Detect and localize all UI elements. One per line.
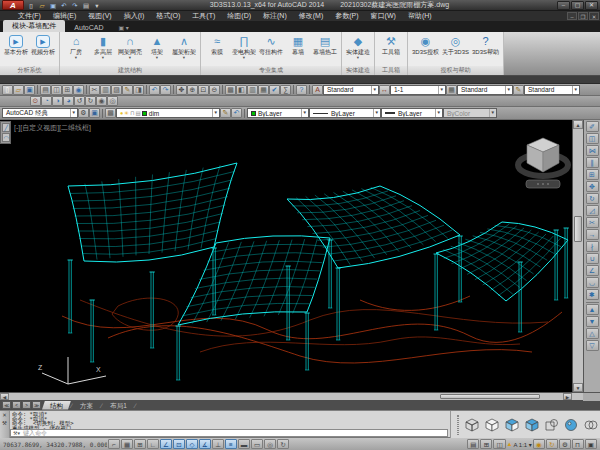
extend-icon[interactable]: → — [586, 229, 599, 240]
lineweight-combo[interactable]: ByLayer▼ — [381, 108, 443, 118]
grid-toggle[interactable]: ⊞ — [134, 439, 146, 449]
ribbon-button-solid-build[interactable]: ◆实体建造▾ — [345, 34, 371, 60]
menu-item-11[interactable]: 窗口(W) — [365, 11, 402, 21]
quick-view-drawings-icon[interactable]: ◫ — [493, 439, 505, 449]
ribbon-button-multistory[interactable]: ▮多高层▾ — [90, 34, 116, 60]
layout-tab-3[interactable]: 布局1 — [102, 401, 135, 410]
shaded-cube-icon[interactable] — [503, 415, 521, 435]
tool-palettes-icon[interactable]: ▥ — [247, 85, 258, 95]
cut-icon[interactable]: ✂ — [89, 85, 100, 95]
snap-toggle[interactable]: ▦ — [121, 439, 133, 449]
dim-style-combo[interactable]: 1-1▼ — [390, 85, 446, 95]
xray-icon[interactable] — [582, 415, 600, 435]
show-motion-icon[interactable]: ◎ — [107, 96, 118, 106]
design-center-icon[interactable]: ◧ — [236, 85, 247, 95]
3d-object-snap-toggle[interactable]: ◇ — [186, 439, 198, 449]
ribbon-button-about[interactable]: ◎关于3D3S — [441, 34, 470, 56]
zoom-in-icon[interactable]: ↺ — [74, 96, 85, 106]
menu-item-4[interactable]: 插入(I) — [118, 11, 151, 21]
table-style-combo-arrow-icon[interactable]: ▼ — [505, 86, 511, 94]
tab-last-icon[interactable]: ≫ — [32, 401, 41, 409]
redo-icon[interactable]: ↷ — [160, 85, 171, 95]
ribbon-button-toolbox[interactable]: ⚒工具箱 — [378, 34, 404, 56]
horizontal-scrollbar[interactable]: ◀ ▶ — [0, 392, 600, 400]
wireframe-2d-icon[interactable] — [542, 415, 560, 435]
vertical-scroll-thumb[interactable] — [574, 216, 582, 242]
quick-view-layouts-icon[interactable]: ⊞ — [480, 439, 492, 449]
pan-icon[interactable]: ✥ — [176, 85, 187, 95]
plot-icon[interactable]: ▤ — [40, 85, 51, 95]
color-combo[interactable]: ByLayer▼ — [247, 108, 309, 118]
explode-icon[interactable]: ✱ — [586, 289, 599, 300]
match-properties-icon[interactable]: ✎ — [220, 108, 231, 118]
close-button[interactable]: ✕ — [585, 1, 598, 10]
object-snap-toggle[interactable]: ⊡ — [173, 439, 185, 449]
vertical-scrollbar[interactable]: ▲ ▼ — [572, 120, 583, 392]
workspace-combo[interactable]: AutoCAD 经典▼ — [2, 108, 78, 118]
orbit-free-icon[interactable]: ◑ — [52, 96, 63, 106]
break-icon[interactable]: ∤ — [586, 241, 599, 252]
infer-constraints-toggle[interactable]: ⌐ — [108, 439, 120, 449]
qat-menu-icon[interactable]: ▾ — [92, 1, 102, 10]
markup-icon[interactable]: ✔ — [269, 85, 280, 95]
ribbon-button-curved-member[interactable]: ∿弯扭构件 — [258, 34, 284, 56]
2d-wireframe-cube-icon[interactable] — [463, 415, 481, 435]
transparency-toggle[interactable]: ▭ — [251, 439, 263, 449]
match-properties-icon[interactable]: ✎ — [122, 85, 133, 95]
undo-icon[interactable]: ↶ — [231, 108, 242, 118]
annotation-visibility-icon[interactable]: ◉ — [533, 439, 545, 449]
toolbar-lock-icon[interactable]: ⊓ — [572, 439, 584, 449]
conceptual-cube-icon[interactable] — [523, 415, 541, 435]
draworder-above-icon[interactable]: △ — [586, 328, 599, 339]
lineweight-combo-arrow-icon[interactable]: ▼ — [435, 109, 441, 117]
menu-item-10[interactable]: 参数(P) — [329, 11, 364, 21]
menu-item-7[interactable]: 绘图(D) — [221, 11, 257, 21]
ribbon-button-space-frame[interactable]: ∩网架网壳▾ — [117, 34, 143, 60]
ribbon-button-curtain-wall[interactable]: ▦幕墙 — [285, 34, 311, 56]
table-style-combo[interactable]: Standard▼ — [457, 85, 513, 95]
plot-preview-icon[interactable]: ◫ — [51, 85, 62, 95]
ribbon-button-substation[interactable]: ∏变电构架▾ — [231, 34, 257, 60]
ribbon-tab-2[interactable]: AutoCAD — [65, 23, 112, 32]
web-icon[interactable]: ◉ — [73, 85, 84, 95]
save-icon[interactable]: ▣ — [89, 108, 100, 118]
trim-icon[interactable]: ✂ — [586, 217, 599, 228]
qat-new-icon[interactable]: ▯ — [26, 1, 36, 10]
menu-item-12[interactable]: 帮助(H) — [402, 11, 438, 21]
sheet-set-icon[interactable]: ▦ — [258, 85, 269, 95]
menu-item-5[interactable]: 格式(O) — [150, 11, 186, 21]
model-space-icon[interactable]: ▤ — [467, 439, 479, 449]
ribbon-button-video-analysis[interactable]: ▶视频分析 — [30, 34, 56, 56]
copy-object-icon[interactable]: ◫ — [586, 133, 599, 144]
named-views-icon[interactable]: ⊙ — [30, 96, 41, 106]
chamfer-icon[interactable]: ∠ — [586, 265, 599, 276]
menu-item-6[interactable]: 工具(T) — [186, 11, 221, 21]
arc-tool-icon[interactable]: ◠ — [2, 133, 10, 142]
ribbon-button-tower[interactable]: ▲塔架▾ — [144, 34, 170, 60]
layout-tab-1[interactable]: 结构 — [42, 401, 71, 410]
text-style-combo[interactable]: Standard▼ — [323, 85, 379, 95]
command-customize-icon[interactable]: ⚒▾ — [13, 430, 20, 436]
hidden-cube-icon[interactable] — [483, 415, 501, 435]
ribbon-button-help[interactable]: ?3D3S帮助 — [471, 34, 500, 56]
ribbon-button-basic-analysis[interactable]: ▶基本分析 — [3, 34, 29, 56]
orbit-continuous-icon[interactable]: ◕ — [63, 96, 74, 106]
properties-icon[interactable]: ▩ — [105, 108, 116, 118]
draworder-back-icon[interactable]: ▼ — [586, 316, 599, 327]
autocad-logo-icon[interactable]: A — [2, 0, 24, 10]
plot-style-combo[interactable]: ByColor▼ — [443, 108, 497, 118]
object-snap-tracking-toggle[interactable]: ∡ — [199, 439, 211, 449]
paste-icon[interactable]: ▨ — [111, 85, 122, 95]
camera-icon[interactable]: ◉ — [96, 96, 107, 106]
lineweight-display-toggle[interactable]: ▬ — [238, 439, 250, 449]
workspace-switching-icon[interactable]: ⚙ — [78, 108, 89, 118]
scale-icon[interactable]: ◿ — [586, 205, 599, 216]
scroll-up-icon[interactable]: ▲ — [573, 120, 583, 129]
mleader-style-combo-arrow-icon[interactable]: ▼ — [572, 86, 578, 94]
ribbon-button-membrane[interactable]: ≈索膜 — [204, 34, 230, 56]
qat-open-icon[interactable]: ▱ — [37, 1, 47, 10]
move-icon[interactable]: ✥ — [586, 181, 599, 192]
realistic-sphere-icon[interactable] — [562, 415, 580, 435]
ribbon-button-curtain-thermal[interactable]: ▤幕墙热工 — [312, 34, 338, 56]
workspace-combo-arrow-icon[interactable]: ▼ — [70, 109, 76, 117]
